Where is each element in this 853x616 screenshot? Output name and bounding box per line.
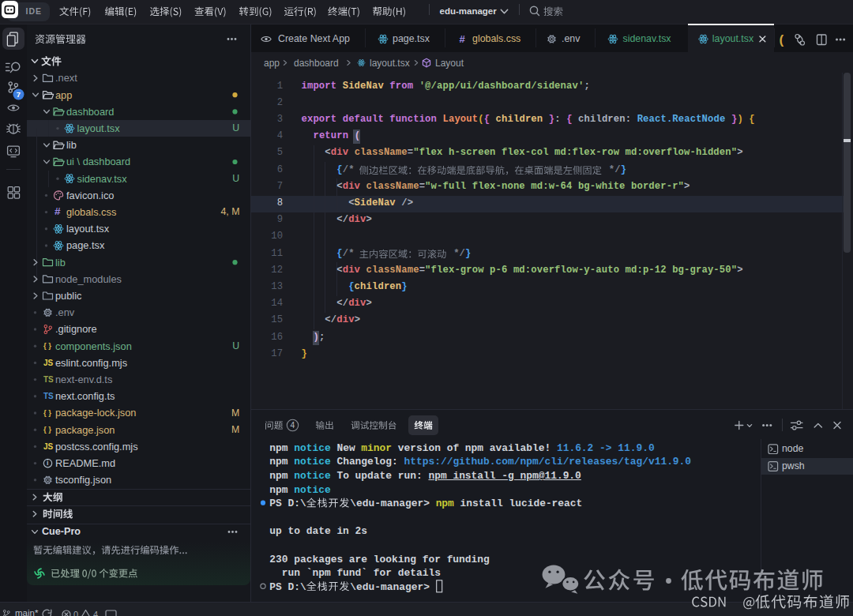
svg-text:7: 7 [17, 90, 21, 99]
